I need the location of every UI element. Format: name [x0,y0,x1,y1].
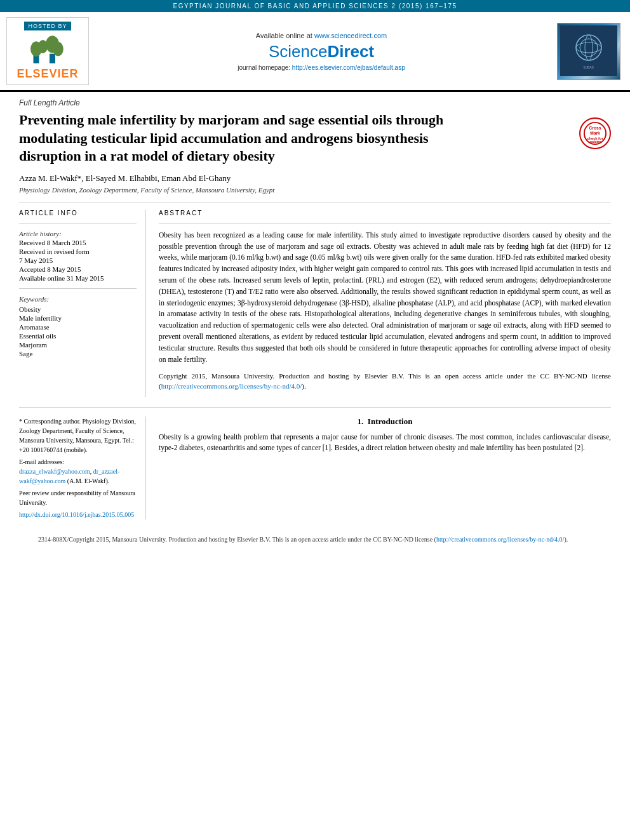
bottom-cc-link[interactable]: http://creativecommons.org/licenses/by-n… [436,536,564,543]
footnotes-col: * Corresponding author. Physiology Divis… [19,417,146,519]
article-body: Full Length Article Preventing male infe… [0,92,630,554]
introduction-col: 1. Introduction Obesity is a growing hea… [159,417,611,519]
keywords-list: ObesityMale infertilityAromataseEssentia… [19,305,137,357]
article-info-header: Article Info [19,210,137,217]
bottom-copyright-bar: 2314-808X/Copyright 2015, Mansoura Unive… [19,531,611,548]
intro-text: Obesity is a growing health problem that… [159,432,611,455]
affiliation: Physiology Division, Zoology Department,… [19,186,611,194]
journal-cover-image: EJBAS [557,23,620,80]
sciencedirect-url[interactable]: www.sciencedirect.com [314,32,387,39]
article-history-label: Article history: [19,230,137,237]
peer-review: Peer review under responsibility of Mans… [19,488,137,507]
cc-license-link[interactable]: http://creativecommons.org/licenses/by-n… [161,382,302,390]
journal-top-bar: Egyptian Journal of Basic and Applied Sc… [0,0,630,12]
svg-text:Cross: Cross [589,126,601,130]
received-revised-label: Received in revised form [19,248,137,255]
svg-text:EJBAS: EJBAS [584,65,594,69]
received-revised-date: 7 May 2015 [19,257,137,264]
keyword-item: Essential oils [19,332,137,340]
email-addresses: E-mail addresses: drazza_elwakf@yahoo.co… [19,457,137,486]
svg-text:updates: updates [589,140,601,143]
available-online: Available online 31 May 2015 [19,274,137,282]
journal-homepage-text: journal homepage: http://ees.elsevier.co… [238,64,405,71]
email1-link[interactable]: drazza_elwakf@yahoo.com [19,468,90,475]
divider-1 [19,203,611,203]
accepted: Accepted 8 May 2015 [19,265,137,273]
received-1: Received 8 March 2015 [19,239,137,246]
info-abstract-section: Article Info Article history: Received 8… [19,210,611,397]
article-type-label: Full Length Article [19,98,611,107]
authors: Azza M. El-Wakf*, El-Sayed M. Elhabibi, … [19,173,611,183]
available-online-text: Available online at www.sciencedirect.co… [256,32,387,39]
journal-header: Hosted By ELSEVIER Available online at w… [0,12,630,92]
svg-point-5 [53,42,64,57]
divider-keywords [19,288,137,289]
doi-link: http://dx.doi.org/10.1016/j.ejbas.2015.0… [19,510,137,519]
sciencedirect-logo: ScienceDirect [269,42,374,62]
keyword-item: Marjoram [19,341,137,349]
keyword-item: Obesity [19,305,137,313]
article-info-col: Article Info Article history: Received 8… [19,210,146,397]
elsevier-tree-icon [29,34,67,66]
article-title: Preventing male infertility by marjoram … [19,111,451,166]
keywords-label: Keywords: [19,295,137,303]
copyright-text: Copyright 2015, Mansoura University. Pro… [159,371,611,392]
elsevier-name: ELSEVIER [17,67,78,81]
crossmark-badge: Cross Mark check for updates [579,117,611,149]
hosted-by-label: Hosted By [24,22,70,30]
intro-header: 1. Introduction [159,417,611,427]
divider-abstract [159,223,611,223]
elsevier-logo-area: Hosted By ELSEVIER [6,17,89,85]
svg-rect-4 [50,54,55,63]
elsevier-logo: ELSEVIER [17,34,78,81]
abstract-header: Abstract [159,210,611,217]
abstract-col: Abstract Obesity has been recognized as … [159,210,611,397]
bottom-section: * Corresponding author. Physiology Divis… [19,407,611,519]
corresponding-author: * Corresponding author. Physiology Divis… [19,417,137,455]
svg-text:Mark: Mark [590,131,600,135]
sciencedirect-center: Available online at www.sciencedirect.co… [95,17,547,85]
keyword-item: Sage [19,350,137,357]
divider-info [19,223,137,223]
doi-anchor[interactable]: http://dx.doi.org/10.1016/j.ejbas.2015.0… [19,511,134,518]
keyword-item: Aromatase [19,323,137,331]
journal-title-bar: Egyptian Journal of Basic and Applied Sc… [173,3,457,10]
journal-homepage-link[interactable]: http://ees.elsevier.com/ejbas/default.as… [292,64,405,71]
abstract-text: Obesity has been recognized as a leading… [159,230,611,392]
keyword-item: Male infertility [19,314,137,322]
journal-cover-area: EJBAS [554,17,624,85]
